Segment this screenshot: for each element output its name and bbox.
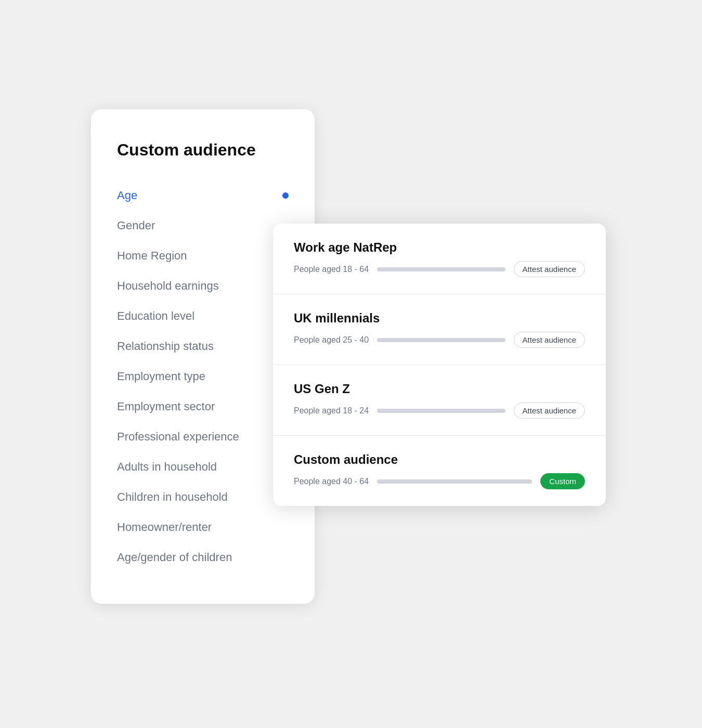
sidebar-item-label: Children in household — [117, 490, 228, 504]
attest-audience-badge[interactable]: Attest audience — [514, 261, 585, 277]
audience-meta: People aged 18 - 24Attest audience — [294, 402, 585, 419]
sidebar-item-label: Professional experience — [117, 430, 239, 444]
audience-age-label: People aged 25 - 40 — [294, 335, 369, 345]
audience-progress-bar — [377, 338, 505, 342]
audience-age-label: People aged 18 - 24 — [294, 406, 369, 415]
sidebar-item-age[interactable]: Age — [117, 180, 289, 211]
audience-row-us-gen-z: US Gen ZPeople aged 18 - 24Attest audien… — [273, 365, 606, 436]
sidebar-item-label: Homeowner/renter — [117, 521, 212, 534]
audience-row-work-age-natrep: Work age NatRepPeople aged 18 - 64Attest… — [273, 224, 606, 294]
progress-fill — [377, 479, 462, 484]
audience-title: Custom audience — [294, 452, 585, 467]
sidebar-item-label: Age/gender of children — [117, 551, 232, 564]
sidebar-item-children-in-household[interactable]: Children in household — [117, 482, 289, 512]
sidebar-items-list: AgeGenderHome RegionHousehold earningsEd… — [117, 180, 289, 573]
progress-fill — [377, 409, 441, 413]
custom-badge[interactable]: Custom — [540, 473, 585, 489]
sidebar-item-employment-type[interactable]: Employment type — [117, 361, 289, 392]
audience-meta: People aged 40 - 64Custom — [294, 473, 585, 489]
sidebar-item-label: Employment type — [117, 370, 205, 383]
sidebar-item-education-level[interactable]: Education level — [117, 301, 289, 331]
sidebar-item-label: Relationship status — [117, 340, 214, 353]
attest-audience-badge[interactable]: Attest audience — [514, 402, 585, 419]
sidebar-item-homeowner-renter[interactable]: Homeowner/renter — [117, 512, 289, 542]
sidebar-item-age-gender-children[interactable]: Age/gender of children — [117, 542, 289, 573]
audience-card: Work age NatRepPeople aged 18 - 64Attest… — [273, 224, 606, 506]
sidebar-item-professional-experience[interactable]: Professional experience — [117, 422, 289, 452]
audience-title: US Gen Z — [294, 382, 585, 396]
audience-title: UK millennials — [294, 311, 585, 326]
audience-rows-list: Work age NatRepPeople aged 18 - 64Attest… — [273, 224, 606, 506]
audience-meta: People aged 25 - 40Attest audience — [294, 332, 585, 348]
sidebar-item-adults-in-household[interactable]: Adults in household — [117, 452, 289, 482]
progress-fill — [377, 338, 448, 342]
audience-age-label: People aged 18 - 64 — [294, 265, 369, 274]
audience-age-label: People aged 40 - 64 — [294, 477, 369, 486]
audience-meta: People aged 18 - 64Attest audience — [294, 261, 585, 277]
active-dot-icon — [282, 192, 289, 199]
sidebar-item-label: Employment sector — [117, 400, 215, 413]
sidebar-title: Custom audience — [117, 140, 289, 160]
sidebar-item-label: Gender — [117, 219, 155, 232]
audience-progress-bar — [377, 409, 505, 413]
sidebar-item-label: Home Region — [117, 249, 187, 263]
sidebar-item-gender[interactable]: Gender — [117, 211, 289, 241]
sidebar-item-relationship-status[interactable]: Relationship status — [117, 331, 289, 361]
sidebar-item-home-region[interactable]: Home Region — [117, 241, 289, 271]
audience-title: Work age NatRep — [294, 240, 585, 255]
attest-audience-badge[interactable]: Attest audience — [514, 332, 585, 348]
sidebar-item-label: Household earnings — [117, 279, 219, 293]
sidebar-item-label: Age — [117, 189, 137, 202]
audience-progress-bar — [377, 479, 532, 484]
sidebar-item-label: Education level — [117, 309, 194, 323]
sidebar-item-employment-sector[interactable]: Employment sector — [117, 392, 289, 422]
sidebar-item-household-earnings[interactable]: Household earnings — [117, 271, 289, 301]
audience-progress-bar — [377, 267, 505, 271]
audience-row-custom-audience: Custom audiencePeople aged 40 - 64Custom — [273, 436, 606, 506]
audience-row-uk-millennials: UK millennialsPeople aged 25 - 40Attest … — [273, 294, 606, 365]
progress-fill — [377, 267, 460, 271]
sidebar-item-label: Adults in household — [117, 460, 217, 474]
